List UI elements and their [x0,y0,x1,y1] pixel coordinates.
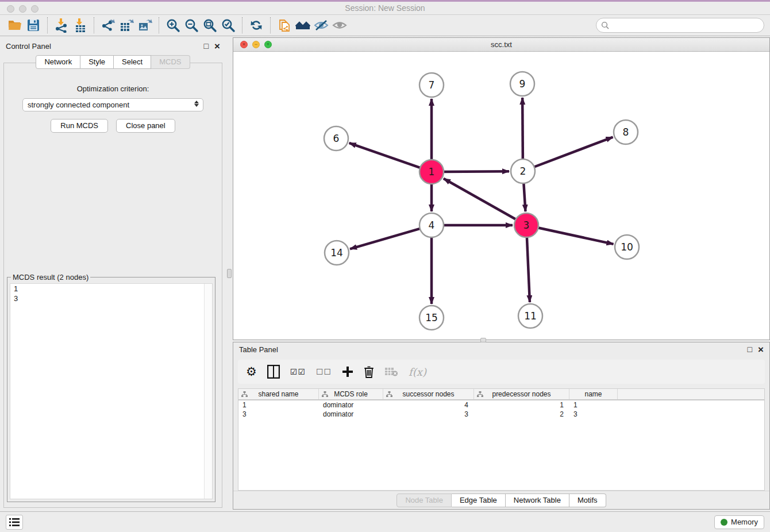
select-all-checkboxes-icon[interactable]: ☑☑ [290,363,306,380]
table-cell[interactable]: 4 [383,400,474,410]
graph-edge-1-2[interactable] [442,171,509,172]
graph-node-7[interactable]: 7 [419,73,444,97]
graph-node-3[interactable]: 3 [514,213,538,237]
tab-edge-table[interactable]: Edge Table [452,494,506,507]
column-header-name[interactable]: name [569,389,618,399]
table-row[interactable]: 3dominator323 [238,410,764,419]
horizontal-splitter[interactable] [233,340,770,342]
open-session-button[interactable] [6,17,24,34]
add-icon[interactable] [342,363,353,380]
graph-edge-2-3[interactable] [523,182,525,211]
tab-network[interactable]: Network [36,55,80,69]
memory-button[interactable]: Memory [714,515,764,529]
graph-edge-2-9[interactable] [522,98,523,160]
table-row[interactable]: 1dominator411 [238,400,764,410]
home-button[interactable] [294,17,312,34]
network-minimize-icon[interactable]: − [252,41,260,48]
float-panel-icon[interactable]: □ [748,345,752,353]
table-tabs: Node TableEdge TableNetwork TableMotifs [396,494,606,507]
graph-node-2[interactable]: 2 [511,159,535,183]
tab-motifs[interactable]: Motifs [569,494,606,507]
table-cell[interactable]: dominator [319,400,383,410]
table-cell[interactable]: 1 [238,400,319,410]
export-network-button[interactable] [99,17,117,34]
tab-network-table[interactable]: Network Table [506,494,569,507]
result-item[interactable]: 3 [10,294,212,303]
memory-status-icon [721,519,727,526]
graph-node-14[interactable]: 14 [325,241,349,265]
table-cell[interactable]: 3 [383,410,474,419]
graph-node-9[interactable]: 9 [510,72,534,96]
hide-selected-button[interactable] [312,17,330,34]
minimize-window-icon[interactable] [19,5,26,13]
toolbar-separator [47,17,48,33]
graph-node-8[interactable]: 8 [614,120,638,144]
column-header-MCDS-role[interactable]: MCDS role [319,389,383,399]
result-scrollbar[interactable] [204,284,212,499]
network-graph: 7968124314101511 [233,52,769,340]
table-cell[interactable]: 3 [569,410,618,419]
tab-node-table[interactable]: Node Table [396,494,452,507]
deselect-all-checkboxes-icon[interactable]: ☐☐ [316,363,332,380]
zoom-fit-button[interactable] [201,17,219,34]
table-cell[interactable]: 2 [474,410,569,419]
search-input[interactable] [596,18,764,33]
import-network-button[interactable] [52,17,71,34]
show-all-button[interactable] [330,17,349,34]
column-header-shared-name[interactable]: shared name [238,389,319,399]
splitter-grip[interactable] [227,269,232,278]
result-item[interactable]: 1 [10,284,212,294]
split-columns-icon[interactable] [267,363,280,380]
graph-node-1[interactable]: 1 [419,160,444,184]
zoom-selected-button[interactable] [219,17,237,34]
task-history-button[interactable] [6,515,23,530]
mcds-result-list[interactable]: 13 [10,283,213,499]
tab-mcds[interactable]: MCDS [151,55,190,69]
table-cell[interactable]: 3 [238,410,319,419]
window-controls [7,5,38,13]
float-panel-icon[interactable]: □ [204,42,209,50]
graph-node-15[interactable]: 15 [419,306,444,330]
close-panel-icon[interactable]: × [214,41,220,51]
network-maximize-icon[interactable]: + [264,41,272,48]
export-table-button[interactable] [117,17,136,34]
table-cell[interactable]: 1 [569,400,618,410]
vertical-splitter[interactable] [226,36,233,511]
column-header-predecessor-nodes[interactable]: predecessor nodes [474,389,569,399]
export-image-button[interactable] [136,17,154,34]
graph-node-10[interactable]: 10 [615,235,639,259]
network-canvas[interactable]: 7968124314101511 [233,52,769,340]
graph-edge-2-8[interactable] [533,137,613,168]
trash-icon[interactable] [364,363,374,380]
splitter-grip[interactable] [480,338,486,342]
optimization-select[interactable]: strongly connected component [22,98,203,111]
tab-select[interactable]: Select [114,55,151,69]
copy-network-button[interactable] [275,17,294,34]
right-area: × − + scc.txt 7968124314101511 Table Pan… [233,36,770,511]
close-window-icon[interactable] [7,5,14,13]
graph-edge-1-6[interactable] [349,143,421,168]
graph-edge-3-10[interactable] [537,228,614,244]
graph-edge-3-1[interactable] [444,179,517,220]
run-mcds-button[interactable]: Run MCDS [51,119,108,133]
gear-icon[interactable]: ⚙ [246,363,257,380]
zoom-out-button[interactable] [182,17,201,34]
tab-style[interactable]: Style [80,55,114,69]
network-window-titlebar[interactable]: × − + scc.txt [233,38,769,52]
zoom-in-button[interactable] [164,17,182,34]
refresh-button[interactable] [247,17,265,34]
maximize-window-icon[interactable] [31,5,38,13]
close-panel-icon[interactable]: × [758,345,764,354]
graph-edge-3-11[interactable] [527,236,530,302]
graph-node-6[interactable]: 6 [324,126,348,151]
graph-node-4[interactable]: 4 [419,213,444,237]
table-cell[interactable]: dominator [319,410,383,419]
close-panel-button[interactable]: Close panel [116,119,175,133]
column-header-successor-nodes[interactable]: successor nodes [383,389,474,399]
save-session-button[interactable] [24,17,43,34]
graph-node-11[interactable]: 11 [518,304,542,328]
graph-edge-4-14[interactable] [350,228,421,249]
table-cell[interactable]: 1 [474,400,569,410]
network-close-icon[interactable]: × [240,41,248,48]
import-table-button[interactable] [71,17,89,34]
